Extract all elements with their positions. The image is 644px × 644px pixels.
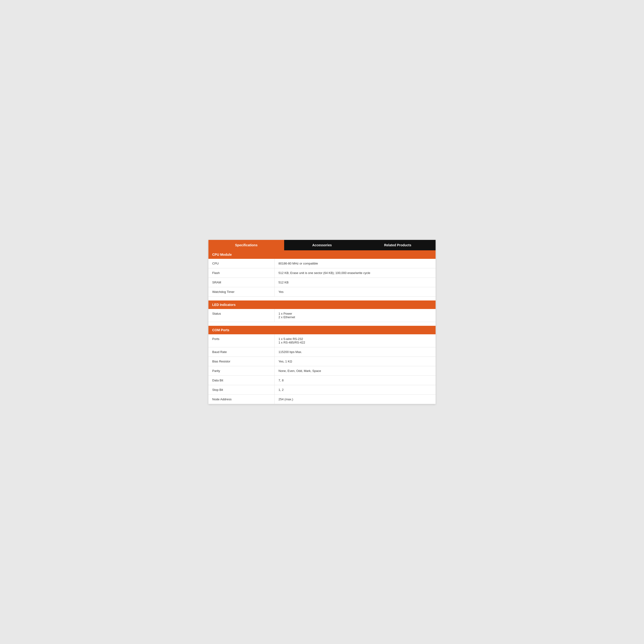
table-row: Bias Resistor Yes, 1 KΩ [208,357,436,366]
table-row: Stop Bit 1, 2 [208,385,436,395]
table-row: Data Bit 7, 8 [208,376,436,385]
table-row: Node Address 254 (max.) [208,395,436,404]
section-header-cpu: CPU Module [208,250,436,259]
table-row: Watchdog Timer Yes [208,287,436,297]
spec-value: 1 x Power 2 x Ethernet [275,309,436,322]
table-row: SRAM 512 KB [208,278,436,287]
ports-line2: 1 x RS-485/RS-422 [278,341,305,344]
spec-label: Stop Bit [208,385,275,394]
section-header-com: COM Ports [208,326,436,334]
spec-value: 115200 bps Max. [275,347,436,357]
section-com-ports: COM Ports Ports 1 x 5-wire RS-232 1 x RS… [208,326,436,404]
spec-value: 80186-80 MHz or compatible [275,259,436,268]
spec-label: CPU [208,259,275,268]
table-row: Baud Rate 115200 bps Max. [208,347,436,357]
spec-label: SRAM [208,278,275,287]
tab-specifications[interactable]: Specifications [208,240,284,250]
spec-value: Yes [275,287,436,296]
specifications-panel: CPU Module CPU 80186-80 MHz or compatibl… [208,250,436,404]
table-row: Parity None, Even, Odd, Mark, Space [208,366,436,376]
spec-label: Baud Rate [208,347,275,357]
spec-label: Node Address [208,395,275,404]
spec-value: 1 x 5-wire RS-232 1 x RS-485/RS-422 [275,334,436,347]
spec-value: 254 (max.) [275,395,436,404]
ports-line1: 1 x 5-wire RS-232 [278,337,303,341]
spec-label: Status [208,309,275,322]
spec-label: Parity [208,366,275,375]
product-specs-container: Specifications Accessories Related Produ… [208,240,436,404]
tabs-bar: Specifications Accessories Related Produ… [208,240,436,250]
section-header-led: LED Indicators [208,300,436,309]
table-row: CPU 80186-80 MHz or compatible [208,259,436,268]
status-line1: 1 x Power [278,312,292,315]
table-row: Status 1 x Power 2 x Ethernet [208,309,436,322]
table-row: Ports 1 x 5-wire RS-232 1 x RS-485/RS-42… [208,334,436,347]
spec-label: Flash [208,268,275,278]
status-line2: 2 x Ethernet [278,315,295,319]
tab-related-products[interactable]: Related Products [360,240,436,250]
tab-accessories[interactable]: Accessories [284,240,360,250]
spec-label: Bias Resistor [208,357,275,366]
table-row: Flash 512 KB; Erase unit is one sector (… [208,268,436,278]
spec-value: 7, 8 [275,376,436,385]
spec-value: 512 KB [275,278,436,287]
section-spacer [208,322,436,326]
spec-value: 1, 2 [275,385,436,394]
section-led-indicators: LED Indicators Status 1 x Power 2 x Ethe… [208,300,436,322]
spec-value: 512 KB; Erase unit is one sector (64 KB)… [275,268,436,278]
spec-label: Data Bit [208,376,275,385]
spec-label: Ports [208,334,275,347]
section-spacer [208,297,436,300]
section-cpu-module: CPU Module CPU 80186-80 MHz or compatibl… [208,250,436,297]
spec-value: None, Even, Odd, Mark, Space [275,366,436,375]
spec-label: Watchdog Timer [208,287,275,296]
spec-value: Yes, 1 KΩ [275,357,436,366]
